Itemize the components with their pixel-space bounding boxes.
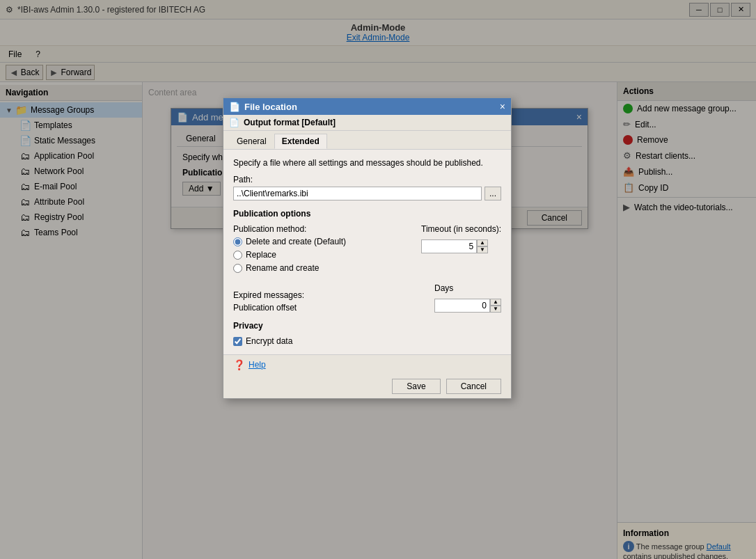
- help-icon: ❓: [233, 359, 245, 370]
- file-location-close-button[interactable]: ×: [500, 101, 505, 112]
- days-spinner-buttons: ▲ ▼: [490, 299, 501, 313]
- publication-options-row: Publication method: Delete and create (D…: [233, 224, 501, 276]
- dialog-buttons: Save Cancel: [223, 375, 511, 398]
- publication-options-title: Publication options: [233, 209, 501, 219]
- timeout-input[interactable]: [421, 239, 477, 253]
- save-button[interactable]: Save: [392, 379, 440, 394]
- radio-replace: Replace: [233, 250, 407, 260]
- dialog-help-row: ❓ Help: [223, 354, 511, 375]
- file-location-dialog: 📄 File location × 📄 Output format [Defau…: [223, 97, 512, 399]
- cancel-button[interactable]: Cancel: [446, 379, 501, 394]
- expired-right: Days ▲ ▼: [434, 283, 501, 313]
- radio-delete-create-input[interactable]: [233, 237, 242, 246]
- timeout-spinner-buttons: ▲ ▼: [477, 239, 488, 253]
- tab-extended[interactable]: Extended: [274, 134, 327, 149]
- encrypt-row: Encrypt data: [233, 336, 501, 346]
- privacy-section: Privacy Encrypt data: [233, 321, 501, 346]
- days-spinner: ▲ ▼: [434, 299, 501, 313]
- expired-label: Expired messages:: [233, 290, 420, 300]
- file-location-tabs: General Extended: [223, 131, 511, 150]
- file-location-icon: 📄: [229, 102, 240, 112]
- radio-rename-create-input[interactable]: [233, 264, 242, 273]
- timeout-decrement-button[interactable]: ▼: [477, 246, 488, 253]
- radio-delete-create-label: Delete and create (Default): [246, 237, 346, 246]
- timeout-label: Timeout (in seconds):: [421, 224, 501, 234]
- output-format-bar: 📄 Output format [Default]: [223, 115, 511, 131]
- output-format-icon: 📄: [229, 118, 239, 127]
- browse-button[interactable]: ...: [485, 187, 501, 200]
- tab-general[interactable]: General: [229, 134, 274, 149]
- encrypt-checkbox[interactable]: [233, 337, 242, 346]
- radio-replace-label: Replace: [246, 250, 276, 260]
- timeout-increment-button[interactable]: ▲: [477, 239, 488, 246]
- expired-left: Expired messages: Publication offset: [233, 290, 420, 313]
- publication-method-section: Publication method: Delete and create (D…: [233, 224, 407, 276]
- radio-delete-create: Delete and create (Default): [233, 237, 407, 246]
- file-location-desc: Specify a file where all settings and me…: [233, 158, 501, 168]
- radio-rename-create: Rename and create: [233, 263, 407, 273]
- encrypt-label: Encrypt data: [246, 336, 292, 346]
- file-location-body: Specify a file where all settings and me…: [223, 150, 511, 354]
- file-location-title-bar: 📄 File location ×: [223, 98, 511, 115]
- days-increment-button[interactable]: ▲: [490, 299, 501, 306]
- days-label: Days: [434, 283, 501, 293]
- radio-rename-create-label: Rename and create: [246, 263, 319, 273]
- expired-row: Expired messages: Publication offset Day…: [233, 283, 501, 313]
- days-input[interactable]: [434, 299, 490, 313]
- output-format-text: Output format [Default]: [244, 118, 336, 127]
- timeout-section: Timeout (in seconds): ▲ ▼: [421, 224, 501, 253]
- radio-replace-input[interactable]: [233, 251, 242, 260]
- path-input[interactable]: [233, 187, 482, 200]
- path-label: Path:: [233, 175, 501, 184]
- pub-method-label: Publication method:: [233, 224, 407, 234]
- privacy-title: Privacy: [233, 321, 501, 331]
- path-row: ...: [233, 187, 501, 200]
- file-location-title-text: File location: [244, 102, 297, 112]
- file-location-title-left: 📄 File location: [229, 102, 297, 112]
- timeout-spinner: ▲ ▼: [421, 239, 501, 253]
- pub-offset-label: Publication offset: [233, 303, 420, 313]
- days-decrement-button[interactable]: ▼: [490, 306, 501, 313]
- help-link[interactable]: Help: [249, 360, 266, 370]
